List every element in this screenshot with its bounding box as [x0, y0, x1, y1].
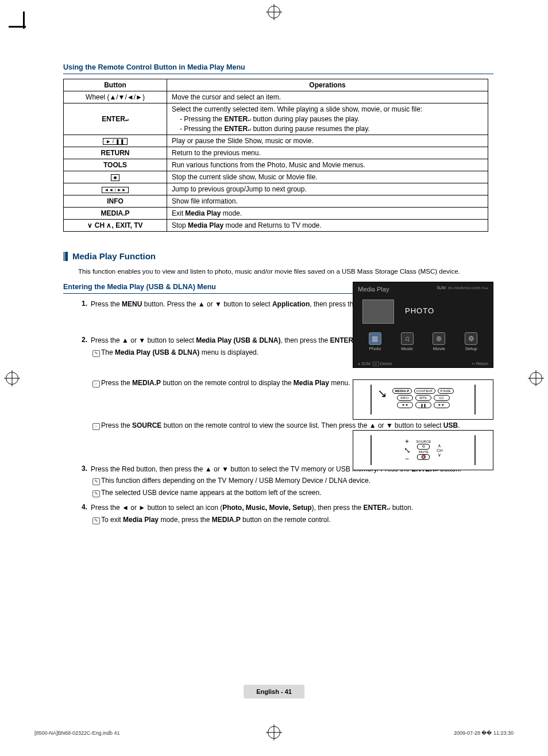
crop-mark [9, 26, 26, 28]
table-row: RETURN Return to the previous menu. [64, 147, 488, 159]
cat-movie: ⊛Movie [424, 332, 453, 351]
photo-icon: ▦ [369, 332, 381, 345]
op-text: Select the currently selected item. Whil… [172, 105, 422, 113]
ch-label: CH [437, 448, 442, 452]
remote-content-btn: CONTENT [414, 388, 435, 394]
btn-return: RETURN [64, 147, 167, 159]
step-number: 1. [79, 300, 91, 309]
step-4: 4. Press the ◄ or ► button to select an … [79, 503, 493, 527]
btn-enter: ENTER↵ [64, 103, 167, 135]
table-row: ∨ CH ∧, EXIT, TV Stop Media Play mode an… [64, 220, 488, 232]
fig-titlebar: Media Play SUM 851.86MB/993.02MB Free [353, 282, 493, 296]
play-pause-icon: ► / ❚❚ [103, 138, 127, 145]
hand-icon: ☞ [92, 381, 100, 387]
hand-icon: ☞ [92, 423, 100, 430]
btn-stop: ■ [64, 171, 167, 183]
op-ch: Stop Media Play mode and Returns to TV m… [167, 220, 488, 232]
print-file-name: [8500-NA]BN68-02322C-Eng.indb 41 [34, 730, 120, 736]
pointer-arrow-icon: ↘ [377, 389, 387, 397]
table-row: ■ Stop the current slide show, Music or … [64, 171, 488, 183]
vol-up-icon: + [405, 438, 409, 446]
reg-mark-top [268, 6, 280, 18]
op-stop: Stop the current slide show, Music or Mo… [167, 171, 488, 183]
music-icon: ♫ [401, 332, 414, 345]
op-skip: Jump to previous group/Jump to next grou… [167, 183, 488, 195]
section-intro: This function enables you to view and li… [78, 268, 493, 275]
category-icons: ▦Photo ♫Music ⊛Movie ⚙Setup [353, 332, 493, 351]
source-btn-icon: ⟲ [417, 444, 430, 450]
fig-footer: ● SUM ↵ Device ↩ Return [353, 362, 493, 366]
reg-mark-right [530, 372, 542, 385]
table-row: ◄◄ / ►► Jump to previous group/Jump to n… [64, 183, 488, 195]
print-timestamp: 2009-07-28 �� 11:23:30 [454, 730, 514, 736]
photo-thumbnail [362, 300, 394, 324]
page-number-badge: English - 41 [244, 685, 304, 699]
col-operations-header: Operations [167, 79, 488, 91]
btn-ch-exit: ∨ CH ∧, EXIT, TV [64, 220, 167, 232]
op-mediap: Exit Media Play mode. [167, 208, 488, 220]
source-mute-group: SOURCE ⟲ MUTE 🔇 [416, 440, 431, 460]
remote-psize-btn: P.SIZE [438, 388, 454, 394]
note-icon: ✎ [92, 517, 100, 524]
mute-btn-icon: 🔇 [417, 454, 430, 460]
remote-pause-btn: ❚❚ [415, 402, 431, 408]
fig-title: Media Play [358, 286, 389, 293]
stop-icon: ■ [111, 174, 119, 181]
heading-bar-icon [63, 252, 68, 261]
remote-mediap-btn: MEDIA.P [392, 388, 411, 394]
btn-tools: TOOLS [64, 159, 167, 171]
step-number: 4. [79, 503, 91, 527]
ch-down-icon: ∨ [438, 452, 441, 458]
note-item: ✎ This function differs depending on the… [91, 476, 493, 486]
enter-icon: ↵ [125, 116, 129, 122]
setup-icon: ⚙ [465, 332, 477, 345]
btn-skip: ◄◄ / ►► [64, 183, 167, 195]
remote-ff-btn: ►► [434, 402, 450, 408]
operations-table: Button Operations Wheel (▲/▼/◄/►) Move t… [63, 79, 488, 232]
cat-setup: ⚙Setup [457, 332, 485, 351]
step-number: 3. [79, 465, 91, 500]
ch-up-icon: ∧ [438, 443, 441, 448]
note-item: ✎ The selected USB device name appears a… [91, 488, 493, 498]
remote-cc-btn: CC [434, 395, 450, 401]
fig-usb-info: SUM 851.86MB/993.02MB Free [437, 286, 488, 293]
cat-photo: ▦Photo [361, 332, 389, 351]
media-play-screenshot: Media Play SUM 851.86MB/993.02MB Free PH… [353, 282, 493, 368]
print-footer: [8500-NA]BN68-02322C-Eng.indb 41 2009-07… [34, 730, 514, 736]
cat-music: ♫Music [393, 332, 422, 351]
op-wheel: Move the cursor and select an item. [167, 91, 488, 103]
op-enter: Select the currently selected item. Whil… [167, 103, 488, 135]
channel-controls: ∧ CH ∨ [437, 443, 442, 458]
btn-info: INFO [64, 195, 167, 208]
remote-info-btn: INFO [397, 395, 413, 401]
remote-mediap-figure: ↘ MEDIA.P CONTENT P.SIZE INFO MTS CC ◄◄ … [353, 379, 493, 420]
volume-controls: + ⤡ − [404, 438, 411, 463]
source-label: SOURCE [416, 440, 431, 443]
manual-page: Using the Remote Control Button in Media… [0, 0, 548, 756]
skip-icon: ◄◄ / ►► [102, 187, 128, 193]
step-text: Press the ◄ or ► button to select an ico… [91, 503, 493, 527]
btn-mediap: MEDIA.P [64, 208, 167, 220]
remote-mts-btn: MTS [415, 395, 431, 401]
op-play: Play or pause the Slide Show, music or m… [167, 135, 488, 147]
table-row: ENTER↵ Select the currently selected ite… [64, 103, 488, 135]
reg-mark-left [6, 372, 18, 385]
table-row: INFO Show file information. [64, 195, 488, 208]
note-icon: ✎ [92, 478, 100, 485]
btn-play-pause: ► / ❚❚ [64, 135, 167, 147]
movie-icon: ⊛ [433, 332, 445, 345]
vol-indicator-icon: ⤡ [404, 446, 411, 455]
table-row: MEDIA.P Exit Media Play mode. [64, 208, 488, 220]
op-subline: - Pressing the ENTER↵ button during play… [172, 115, 483, 123]
op-subline: - Pressing the ENTER↵ button during paus… [172, 125, 483, 133]
vol-down-icon: − [405, 455, 409, 463]
table-row: Wheel (▲/▼/◄/►) Move the cursor and sele… [64, 91, 488, 103]
remote-rew-btn: ◄◄ [397, 402, 413, 408]
table-row: TOOLS Run various functions from the Pho… [64, 159, 488, 171]
table-row: ► / ❚❚ Play or pause the Slide Show, mus… [64, 135, 488, 147]
enter-label: ENTER [102, 115, 125, 123]
step-number: 2. [79, 336, 91, 432]
photo-label: PHOTO [405, 306, 434, 315]
op-return: Return to the previous menu. [167, 147, 488, 159]
heading-text: Media Play Function [72, 251, 156, 261]
